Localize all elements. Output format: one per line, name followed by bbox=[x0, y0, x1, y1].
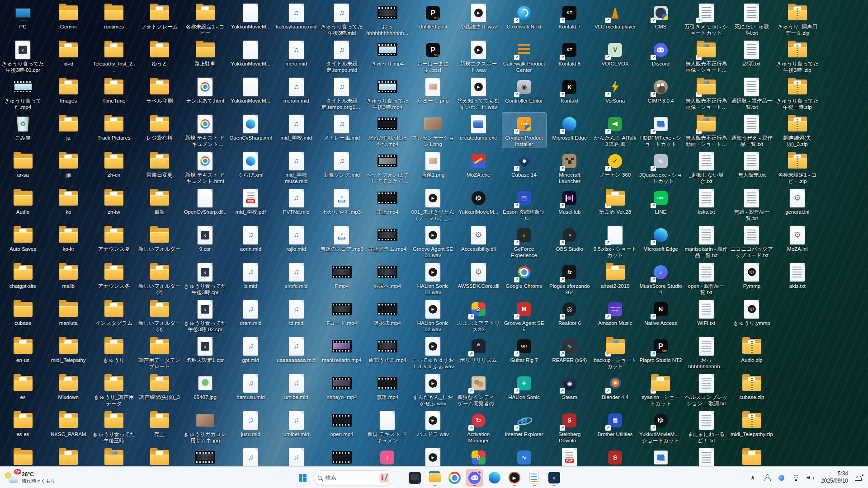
desktop-icon-gpt.mid[interactable]: ♫gpt.mid bbox=[229, 335, 273, 364]
desktop-icon--.ppsf[interactable]: PNT2おーばーまにあ.ppsf bbox=[411, 38, 455, 74]
desktop-icon-maniuta[interactable]: maniuta bbox=[47, 298, 90, 327]
desktop-icon-discord[interactable]: ↗Discord bbox=[639, 38, 683, 67]
desktop-icon-kontakt-7[interactable]: KT↗Kontakt 7 bbox=[547, 1, 591, 30]
tray-person-icon[interactable] bbox=[760, 470, 774, 485]
desktop-icon-pvtnd.mid[interactable]: ♫PVTNd.mid bbox=[274, 187, 318, 216]
desktop-icon--[interactable]: フォトフレーム bbox=[137, 1, 181, 30]
desktop-icon-r13c2[interactable] bbox=[47, 446, 90, 466]
desktop-icon-r13c11[interactable]: 2 bbox=[457, 446, 500, 466]
desktop-icon-google-chrome[interactable]: ↗Google Chrome bbox=[502, 261, 546, 290]
desktop-icon-audio.zip[interactable]: Audio.zip bbox=[730, 335, 774, 364]
desktop-icon-microsoft-edge[interactable]: ↗Microsoft Edge bbox=[639, 224, 683, 253]
desktop-icon--...[interactable]: ↗孤独なインディーゲーム開発者の一生 ... bbox=[457, 372, 500, 407]
desktop-icon--[interactable]: 営業日変更 bbox=[137, 150, 181, 178]
taskbar-app-discord[interactable] bbox=[466, 469, 483, 487]
desktop-icon--[interactable]: アナウンス冬 bbox=[92, 261, 136, 290]
desktop-icon-guitar-rig-7[interactable]: GR↗Guitar Rig 7 bbox=[502, 335, 546, 364]
desktop-icon-wifi.txt[interactable]: WIFI.txt bbox=[684, 298, 728, 327]
desktop-icon--[interactable]: ♻ごみ箱 bbox=[1, 113, 45, 141]
desktop-icon----[interactable]: ↗無人販売不正行為画像 - ショートカット bbox=[684, 75, 728, 111]
desktop-icon-r13c12[interactable]: ∿ bbox=[502, 446, 546, 466]
desktop-icon-reaktor-6[interactable]: ◎↗Reaktor 6 bbox=[547, 298, 591, 327]
desktop-icon-runtimes[interactable]: runtimes bbox=[92, 1, 136, 30]
desktop-icon-voisona[interactable]: ↗VoiSona bbox=[593, 75, 637, 104]
desktop-icon-untitled.ppsf[interactable]: PNT2Untitled.ppsf bbox=[411, 1, 455, 30]
desktop-icon-r13c7[interactable]: ♫ bbox=[274, 446, 318, 466]
desktop-icon-r13c14[interactable]: S bbox=[593, 446, 637, 466]
desktop-icon--3-.zip[interactable]: きゅうり食ってた午後3時 .zip bbox=[775, 38, 819, 74]
desktop-icon--.txt---[interactable]: ↗万引きメモ.txt - ショートカット bbox=[684, 1, 728, 37]
desktop-icon--.mp4[interactable]: きゅうり.mp4 bbox=[365, 38, 409, 67]
desktop-icon-amazon-music[interactable]: amazonmusic↗Amazon Music bbox=[593, 298, 637, 327]
desktop-icon-ko-kr[interactable]: ko-kr bbox=[47, 224, 90, 253]
desktop-icon-moza.ini[interactable]: ⚙MoZA.ini bbox=[775, 224, 819, 253]
desktop-icon-opencvsharp.xml[interactable]: OpenCvSharp.xml bbox=[229, 113, 273, 141]
desktop-icon--[interactable]: ラベル印刷 bbox=[137, 75, 181, 104]
desktop-icon-en-us[interactable]: en-us bbox=[1, 335, 45, 364]
desktop-icon--.wav[interactable]: ▶バスドラ.wav bbox=[411, 409, 455, 438]
desktop-icon-moza.exe[interactable]: MoZA.exe bbox=[457, 150, 500, 178]
desktop-icon-activation-manager[interactable]: ↻↗Activation Manager bbox=[457, 409, 500, 444]
desktop-icon-midi_telepathy.zip[interactable]: midi_Telepathy.zip bbox=[730, 409, 774, 438]
desktop-icon--[interactable]: 新しいフォルダー bbox=[137, 224, 181, 253]
search-highlight-image[interactable] bbox=[379, 473, 389, 483]
taskbar-app-cubase[interactable]: ‹ bbox=[545, 469, 563, 487]
desktop-icon-ja[interactable]: ja bbox=[47, 113, 90, 141]
desktop-icon-musescore-studio-4[interactable]: ♪↗MuseScore Studio 4 bbox=[639, 261, 683, 296]
desktop-icon----.txt[interactable]: 無題 - 親作品一覧.txt bbox=[730, 187, 774, 222]
desktop-icon-airset2-2019[interactable]: airset2-2019 bbox=[593, 261, 637, 290]
desktop-icon--_-.txt[interactable]: 死にたい_ゅ歌詞.txt bbox=[730, 1, 774, 37]
desktop-icon--t.mp4[interactable]: ヘッドフォンはずしててよかっt.mp4 bbox=[365, 150, 409, 185]
desktop-icon--.mp4[interactable]: 選択肢.mp4 bbox=[365, 298, 409, 327]
desktop-icon-timetune[interactable]: TimeTune bbox=[92, 75, 136, 104]
desktop-icon-piapro-studio-nt2[interactable]: PNT2↗Piapro Studio NT2 bbox=[639, 335, 683, 364]
desktop-icon-cubase-14[interactable]: ↗Cubase 14 bbox=[502, 150, 546, 178]
desktop-icon--[interactable]: 調声用データテンプレート bbox=[137, 335, 181, 370]
desktop-icon--_3.zip[interactable]: 調声練習(失敗)_3.zip bbox=[775, 113, 819, 148]
desktop-icon-r13c16[interactable] bbox=[684, 446, 728, 466]
desktop-icon-kotusytuaaus.mid[interactable]: ♫kotusytuaaus.mid bbox=[274, 1, 318, 30]
desktop-icon-umibe.mid[interactable]: ♫umibe.mid bbox=[274, 372, 318, 401]
desktop-icon--1---[interactable]: 名称未設定1 - コピー bbox=[183, 1, 227, 37]
desktop-icon--.txt[interactable]: 説明.txt bbox=[730, 38, 774, 67]
desktop-icon-pc[interactable]: PC bbox=[1, 1, 45, 30]
desktop-icon-aorin.mid[interactable]: ♫aorin.mid bbox=[229, 224, 273, 253]
desktop-icon--__-.txt[interactable]: ヘルスコンプレッション__歌詞.txt bbox=[684, 372, 728, 407]
tray-chevron-up-icon[interactable]: ∧ bbox=[746, 470, 760, 485]
desktop-icon--.zip[interactable]: きゅうり食ってた午後三時.zip bbox=[775, 75, 819, 111]
desktop-icon--2[interactable]: 2↗ぷよぷよ™テトリス®2 bbox=[457, 298, 500, 333]
desktop-icon-controller-editor[interactable]: ◉↗Controller Editor bbox=[502, 75, 546, 104]
desktop-icon-r13c15[interactable] bbox=[639, 446, 683, 466]
desktop-icon-native-access[interactable]: N↗Native Access bbox=[639, 298, 683, 327]
desktop-icon-cakewalk-next[interactable]: ↗Cakewalk Next bbox=[502, 1, 546, 30]
desktop-icon--1.cpr[interactable]: ‹名称未設定1.cpr bbox=[183, 335, 227, 364]
desktop-icon-halion-sonic-02.wav[interactable]: ▶HALion Sonic 02.wav bbox=[411, 298, 455, 333]
desktop-icon--.wav[interactable]: ▶新規エクスポート.wav bbox=[457, 38, 500, 74]
desktop-icon-r13c10[interactable]: ▶ bbox=[411, 446, 455, 466]
desktop-icon-mid_-.pdf[interactable]: PDFmid_学校.pdf bbox=[229, 187, 273, 216]
desktop-icon--.mid[interactable]: ♫新規ソング.mid bbox=[320, 150, 363, 178]
desktop-icon-steam[interactable]: ◉↗Steam bbox=[547, 372, 591, 401]
start-button[interactable] bbox=[294, 469, 311, 486]
desktop-icon--.tempo.mid[interactable]: ♫タイトル未設定.tempo.mid bbox=[320, 38, 363, 74]
desktop-icon--.wav[interactable]: ▶答え知っててもむずいわこれ.wav bbox=[457, 75, 500, 111]
desktop-icon--ver.28[interactable]: ↗筆まめ Ver.28 bbox=[593, 187, 637, 216]
desktop-icon-rajio.mid[interactable]: ♫rajio.mid bbox=[274, 224, 318, 253]
desktop-icon--[interactable]: インスタグラム bbox=[92, 298, 136, 327]
desktop-icon-steinberg-downlo...[interactable]: S↗Steinberg Downlo... bbox=[547, 409, 591, 444]
desktop-icon-hddfmt.exe---[interactable]: ↗HDDFMT.exe - ショートカット bbox=[639, 113, 683, 148]
desktop-icon-r13c6[interactable]: ♫ bbox=[229, 446, 273, 466]
desktop-icon--.mid[interactable]: ♫メドレー風.mid bbox=[320, 113, 363, 141]
desktop-icon--1---.zip[interactable]: 名称未設定1 - コピー.zip bbox=[775, 150, 819, 185]
desktop-icon-gimp-3.0.4[interactable]: ↗GIMP 3.0.4 bbox=[639, 75, 683, 104]
desktop-icon-auto-saves[interactable]: Auto Saves bbox=[1, 224, 45, 253]
desktop-icon-r13c13[interactable]: PDF bbox=[547, 446, 591, 466]
desktop-icon--[interactable]: 路上駐車 bbox=[183, 38, 227, 67]
desktop-icon--.txt[interactable]: 無人販売.txt bbox=[730, 150, 774, 178]
desktop-icon--.txt[interactable]: ニコニコバックアップコード.txt bbox=[730, 224, 774, 259]
desktop-icon-audio[interactable]: Audio bbox=[1, 187, 45, 216]
desktop-icon-r13c8[interactable] bbox=[320, 446, 363, 466]
desktop-icon-midi_telepathy[interactable]: midi_Telepathy bbox=[47, 335, 90, 364]
desktop-icon--[interactable]: ゆうと bbox=[137, 38, 181, 67]
desktop-icon-mero.mid[interactable]: ♫mero.mid bbox=[274, 38, 318, 67]
